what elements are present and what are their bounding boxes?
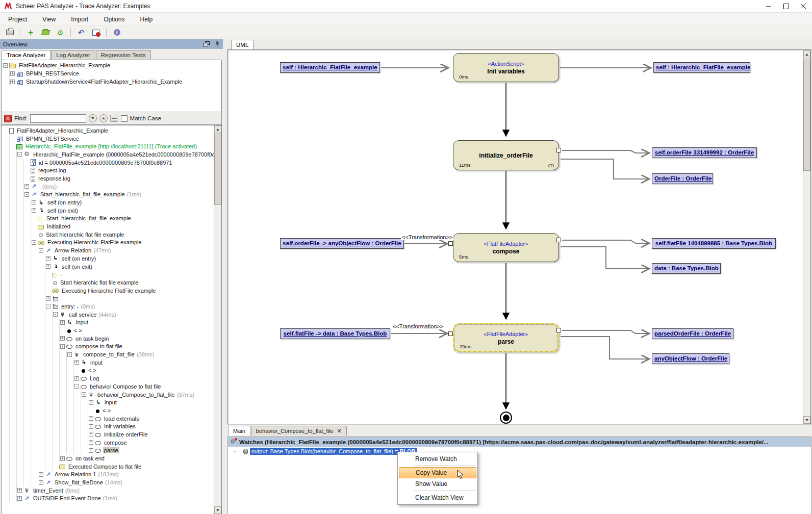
close-find-icon[interactable]: ✕ [4, 115, 12, 122]
tree-row[interactable]: + (0ms) [3, 183, 221, 191]
expander-icon[interactable]: + [46, 256, 50, 261]
uml-node-compose[interactable]: «FlatFileAdapter» compose 5ms [453, 233, 559, 262]
tree-row[interactable]: < > [3, 406, 221, 415]
uml-node-initialize-orderfile[interactable]: initialize_orderFile 11ms [453, 140, 559, 170]
tree-row[interactable]: - Arrow Relation (47ms) [3, 246, 221, 254]
expander-icon[interactable]: + [89, 400, 93, 405]
expander-icon[interactable]: + [46, 296, 50, 301]
uml-object-orderfile[interactable]: OrderFile : OrderFile [652, 173, 713, 184]
match-case-checkbox[interactable] [121, 115, 128, 122]
expander-icon[interactable]: - [82, 392, 86, 397]
uml-port[interactable] [556, 328, 561, 332]
expander-icon[interactable]: + [60, 456, 65, 461]
tab[interactable]: Regression Tests [96, 50, 151, 60]
expander-icon[interactable]: - [53, 312, 58, 317]
tree-row[interactable]: Executed Compose to flat file [3, 462, 221, 471]
tree-row[interactable]: + Log [3, 374, 221, 382]
context-menu-item[interactable]: Copy Value [399, 467, 476, 478]
uml-object-flatfile-to-data[interactable]: self.flatFile -> data : Base Types.Blob [280, 328, 390, 339]
panel-splitter[interactable] [223, 39, 227, 514]
scroll-down-icon[interactable] [214, 506, 221, 514]
expander-icon[interactable]: + [74, 360, 79, 365]
find-input[interactable] [30, 114, 86, 123]
tree-row[interactable]: + compose [3, 439, 221, 447]
tree-row[interactable]: - Start_hierarchic_flat_file_example (1m… [3, 191, 221, 199]
scrollbar-thumb[interactable] [803, 59, 810, 171]
uml-object-data-blob[interactable]: data : Base Types.Blob [652, 263, 721, 274]
tree-row[interactable]: + self (on exit) [3, 263, 221, 271]
context-menu-item[interactable]: Show Value [399, 478, 476, 490]
tree-row[interactable]: + initialize orderFile [3, 430, 221, 439]
expander-icon[interactable]: + [46, 264, 50, 269]
tab-main[interactable]: Main [228, 426, 250, 435]
undo-icon[interactable]: ↶ [75, 28, 87, 38]
scrollbar-thumb[interactable] [214, 134, 221, 205]
tree-row[interactable]: FlatFileAdapter_Hierarchic_Example [3, 126, 221, 135]
tree-row[interactable]: + load externals [3, 415, 221, 423]
expander-icon[interactable]: - [17, 152, 22, 157]
pin-icon[interactable] [215, 41, 220, 47]
tree-row[interactable]: + on task end [3, 454, 221, 462]
tab[interactable]: Trace Analyzer [2, 50, 50, 60]
uml-object-self-in[interactable]: self : Hierarchic_FlatFile_example [280, 62, 380, 73]
tree-row[interactable]: + input [3, 358, 221, 367]
expander-icon[interactable]: + [89, 448, 93, 453]
expander-icon[interactable]: + [74, 376, 79, 381]
expander-icon[interactable]: - [32, 240, 36, 245]
tree-row[interactable]: < > [3, 326, 221, 335]
tree-row[interactable]: + input [3, 398, 221, 406]
expander-icon[interactable]: + [24, 184, 29, 189]
uml-node-init-variables[interactable]: «ActionScript» Init variables 0ms [453, 53, 559, 82]
tree-row[interactable]: + timer_Event (0ms) [3, 486, 221, 495]
tree-row[interactable]: - compose to flat file [3, 343, 221, 351]
tree-row[interactable]: Hierarchic_FlatFile_example [http://loca… [3, 142, 221, 150]
expander-icon[interactable]: + [10, 71, 15, 76]
expander-icon[interactable]: + [60, 336, 65, 341]
expander-icon[interactable]: - [74, 384, 79, 389]
uml-port[interactable] [448, 241, 453, 246]
tree-row[interactable]: - FlatFileAdapter_Hierarchic_Example [3, 61, 221, 69]
context-menu-item[interactable]: Clear Watch View [399, 492, 476, 503]
expander-icon[interactable]: + [60, 320, 65, 325]
tree-row[interactable]: - behavior Compose to flat file [3, 382, 221, 391]
expander-icon[interactable]: + [39, 480, 43, 485]
tree-row[interactable]: + - [3, 294, 221, 302]
uml-object-anyobjectflow[interactable]: anyObjectFlow : OrderFile [652, 353, 729, 364]
context-menu-item[interactable] [414, 490, 475, 492]
tree-scrollbar[interactable] [214, 125, 221, 514]
final-activity-node[interactable] [500, 412, 512, 424]
expander-icon[interactable]: + [32, 200, 36, 205]
restore-window-icon[interactable] [204, 41, 210, 47]
watch-expression[interactable]: output: Base Types.Blob(behavior_Compose… [250, 448, 417, 455]
tree-row[interactable]: Start hierarchic flat file example [3, 278, 221, 287]
expander-icon[interactable]: - [60, 344, 65, 349]
menu-import[interactable]: Import [70, 15, 89, 24]
expander-icon[interactable]: - [24, 192, 29, 197]
tree-row[interactable]: Initialized [3, 222, 221, 230]
uml-object-orderfile-to-anyobjectflow[interactable]: self.orderFile -> anyObjectFlow : OrderF… [280, 238, 404, 249]
uml-object-self-out[interactable]: self : Hierarchic_FlatFile_example [653, 62, 750, 73]
tree-row[interactable]: + Init variables [3, 422, 221, 430]
menu-options[interactable]: Options [103, 15, 125, 24]
trace-report-icon[interactable] [90, 28, 102, 38]
open-folder-icon[interactable] [40, 28, 51, 38]
canvas-scrollbar[interactable] [803, 50, 810, 424]
tree-row[interactable]: + BPMN_RESTService [3, 69, 221, 78]
expander-icon[interactable]: - [3, 63, 8, 68]
tree-row[interactable]: request.log [3, 166, 221, 174]
add-icon[interactable]: + [25, 28, 36, 38]
uml-port[interactable] [448, 331, 453, 336]
tree-row[interactable]: + Arrow Relation 1 (183ms) [3, 471, 221, 479]
tree-row[interactable]: + Show_flat_fileDone (14ms) [3, 478, 221, 486]
tree-row[interactable]: - call service (44ms) [3, 311, 221, 319]
uml-object-self-orderfile[interactable]: self.orderFile 331499992 : OrderFile [652, 147, 757, 158]
uml-port[interactable] [556, 148, 561, 152]
find-previous-icon[interactable] [99, 114, 108, 122]
tree-row[interactable]: + self (on entry) [3, 254, 221, 263]
tree-row[interactable]: + parse [3, 447, 221, 455]
expander-icon[interactable]: + [89, 440, 93, 445]
expander-icon[interactable]: + [17, 488, 22, 493]
tree-row[interactable]: + self (on entry) [3, 198, 221, 207]
expander-icon[interactable]: + [32, 208, 36, 213]
uml-port[interactable] [556, 238, 561, 242]
